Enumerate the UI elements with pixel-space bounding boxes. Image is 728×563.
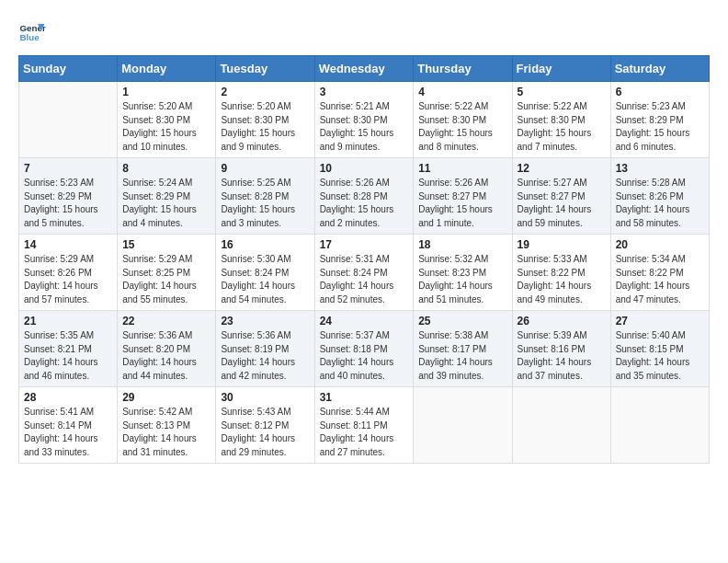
calendar-cell: [512, 387, 610, 464]
day-info: Sunrise: 5:34 AMSunset: 8:22 PMDaylight:…: [616, 253, 704, 306]
svg-text:Blue: Blue: [20, 32, 40, 42]
day-number: 12: [518, 162, 606, 175]
weekday-header-wednesday: Wednesday: [314, 56, 414, 82]
day-number: 20: [616, 238, 704, 251]
day-number: 16: [221, 238, 309, 251]
day-number: 1: [122, 86, 210, 98]
weekday-header-tuesday: Tuesday: [216, 56, 314, 82]
calendar-cell: 27Sunrise: 5:40 AMSunset: 8:15 PMDayligh…: [610, 311, 709, 387]
day-number: 7: [24, 162, 112, 175]
day-number: 22: [122, 315, 210, 327]
weekday-header-friday: Friday: [512, 56, 610, 82]
day-info: Sunrise: 5:27 AMSunset: 8:27 PMDaylight:…: [518, 177, 606, 230]
calendar-cell: 4Sunrise: 5:22 AMSunset: 8:30 PMDaylight…: [414, 82, 512, 158]
day-info: Sunrise: 5:30 AMSunset: 8:24 PMDaylight:…: [221, 253, 309, 306]
day-info: Sunrise: 5:40 AMSunset: 8:15 PMDaylight:…: [616, 329, 704, 383]
logo: General Blue: [18, 18, 48, 46]
calendar-cell: 14Sunrise: 5:29 AMSunset: 8:26 PMDayligh…: [19, 235, 118, 311]
calendar-week-row: 21Sunrise: 5:35 AMSunset: 8:21 PMDayligh…: [19, 311, 710, 387]
day-info: Sunrise: 5:26 AMSunset: 8:28 PMDaylight:…: [320, 177, 409, 230]
calendar-cell: 11Sunrise: 5:26 AMSunset: 8:27 PMDayligh…: [414, 158, 512, 235]
calendar-cell: 12Sunrise: 5:27 AMSunset: 8:27 PMDayligh…: [512, 158, 610, 235]
calendar-week-row: 1Sunrise: 5:20 AMSunset: 8:30 PMDaylight…: [19, 82, 710, 158]
day-info: Sunrise: 5:20 AMSunset: 8:30 PMDaylight:…: [122, 100, 210, 154]
day-info: Sunrise: 5:35 AMSunset: 8:21 PMDaylight:…: [24, 329, 112, 383]
day-info: Sunrise: 5:31 AMSunset: 8:24 PMDaylight:…: [320, 253, 409, 306]
calendar-cell: 16Sunrise: 5:30 AMSunset: 8:24 PMDayligh…: [216, 235, 314, 311]
calendar-week-row: 14Sunrise: 5:29 AMSunset: 8:26 PMDayligh…: [19, 235, 710, 311]
day-info: Sunrise: 5:36 AMSunset: 8:20 PMDaylight:…: [122, 329, 210, 383]
weekday-header-monday: Monday: [118, 56, 216, 82]
calendar-cell: 10Sunrise: 5:26 AMSunset: 8:28 PMDayligh…: [314, 158, 414, 235]
day-info: Sunrise: 5:25 AMSunset: 8:28 PMDaylight:…: [221, 177, 309, 230]
day-info: Sunrise: 5:42 AMSunset: 8:13 PMDaylight:…: [122, 406, 210, 459]
day-number: 31: [320, 391, 409, 404]
day-info: Sunrise: 5:26 AMSunset: 8:27 PMDaylight:…: [418, 177, 506, 230]
day-info: Sunrise: 5:21 AMSunset: 8:30 PMDaylight:…: [320, 100, 409, 154]
day-number: 9: [221, 162, 309, 175]
day-info: Sunrise: 5:23 AMSunset: 8:29 PMDaylight:…: [24, 177, 112, 230]
day-info: Sunrise: 5:33 AMSunset: 8:22 PMDaylight:…: [518, 253, 606, 306]
day-info: Sunrise: 5:28 AMSunset: 8:26 PMDaylight:…: [616, 177, 704, 230]
day-info: Sunrise: 5:24 AMSunset: 8:29 PMDaylight:…: [122, 177, 210, 230]
calendar-cell: 5Sunrise: 5:22 AMSunset: 8:30 PMDaylight…: [512, 82, 610, 158]
day-info: Sunrise: 5:29 AMSunset: 8:25 PMDaylight:…: [122, 253, 210, 306]
day-number: 23: [221, 315, 309, 327]
calendar-cell: [610, 387, 709, 464]
day-number: 27: [616, 315, 704, 327]
calendar-cell: [19, 82, 118, 158]
calendar-cell: 6Sunrise: 5:23 AMSunset: 8:29 PMDaylight…: [610, 82, 709, 158]
calendar-cell: [414, 387, 512, 464]
day-info: Sunrise: 5:23 AMSunset: 8:29 PMDaylight:…: [616, 100, 704, 154]
day-number: 3: [320, 86, 409, 98]
weekday-header-sunday: Sunday: [19, 56, 118, 82]
calendar-cell: 9Sunrise: 5:25 AMSunset: 8:28 PMDaylight…: [216, 158, 314, 235]
day-number: 2: [221, 86, 309, 98]
day-number: 21: [24, 315, 112, 327]
logo-icon: General Blue: [18, 18, 46, 46]
calendar-cell: 22Sunrise: 5:36 AMSunset: 8:20 PMDayligh…: [118, 311, 216, 387]
day-number: 5: [518, 86, 606, 98]
calendar-cell: 23Sunrise: 5:36 AMSunset: 8:19 PMDayligh…: [216, 311, 314, 387]
weekday-header-saturday: Saturday: [610, 56, 709, 82]
day-number: 10: [320, 162, 409, 175]
calendar-cell: 29Sunrise: 5:42 AMSunset: 8:13 PMDayligh…: [118, 387, 216, 464]
calendar-table: SundayMondayTuesdayWednesdayThursdayFrid…: [18, 55, 710, 464]
day-number: 28: [24, 391, 112, 404]
day-info: Sunrise: 5:36 AMSunset: 8:19 PMDaylight:…: [221, 329, 309, 383]
calendar-cell: 3Sunrise: 5:21 AMSunset: 8:30 PMDaylight…: [314, 82, 414, 158]
calendar-cell: 1Sunrise: 5:20 AMSunset: 8:30 PMDaylight…: [118, 82, 216, 158]
page-header: General Blue: [18, 18, 710, 46]
day-info: Sunrise: 5:39 AMSunset: 8:16 PMDaylight:…: [518, 329, 606, 383]
calendar-cell: 2Sunrise: 5:20 AMSunset: 8:30 PMDaylight…: [216, 82, 314, 158]
weekday-header-thursday: Thursday: [414, 56, 512, 82]
calendar-cell: 13Sunrise: 5:28 AMSunset: 8:26 PMDayligh…: [610, 158, 709, 235]
calendar-cell: 21Sunrise: 5:35 AMSunset: 8:21 PMDayligh…: [19, 311, 118, 387]
day-number: 24: [320, 315, 409, 327]
day-number: 15: [122, 238, 210, 251]
calendar-cell: 8Sunrise: 5:24 AMSunset: 8:29 PMDaylight…: [118, 158, 216, 235]
calendar-cell: 26Sunrise: 5:39 AMSunset: 8:16 PMDayligh…: [512, 311, 610, 387]
calendar-cell: 15Sunrise: 5:29 AMSunset: 8:25 PMDayligh…: [118, 235, 216, 311]
day-info: Sunrise: 5:22 AMSunset: 8:30 PMDaylight:…: [518, 100, 606, 154]
day-number: 13: [616, 162, 704, 175]
day-info: Sunrise: 5:38 AMSunset: 8:17 PMDaylight:…: [418, 329, 506, 383]
calendar-week-row: 7Sunrise: 5:23 AMSunset: 8:29 PMDaylight…: [19, 158, 710, 235]
day-info: Sunrise: 5:29 AMSunset: 8:26 PMDaylight:…: [24, 253, 112, 306]
calendar-cell: 28Sunrise: 5:41 AMSunset: 8:14 PMDayligh…: [19, 387, 118, 464]
calendar-cell: 19Sunrise: 5:33 AMSunset: 8:22 PMDayligh…: [512, 235, 610, 311]
calendar-cell: 31Sunrise: 5:44 AMSunset: 8:11 PMDayligh…: [314, 387, 414, 464]
day-info: Sunrise: 5:43 AMSunset: 8:12 PMDaylight:…: [221, 406, 309, 459]
day-number: 8: [122, 162, 210, 175]
calendar-cell: 20Sunrise: 5:34 AMSunset: 8:22 PMDayligh…: [610, 235, 709, 311]
day-info: Sunrise: 5:37 AMSunset: 8:18 PMDaylight:…: [320, 329, 409, 383]
calendar-cell: 7Sunrise: 5:23 AMSunset: 8:29 PMDaylight…: [19, 158, 118, 235]
calendar-cell: 24Sunrise: 5:37 AMSunset: 8:18 PMDayligh…: [314, 311, 414, 387]
day-info: Sunrise: 5:32 AMSunset: 8:23 PMDaylight:…: [418, 253, 506, 306]
calendar-cell: 18Sunrise: 5:32 AMSunset: 8:23 PMDayligh…: [414, 235, 512, 311]
day-number: 6: [616, 86, 704, 98]
weekday-header-row: SundayMondayTuesdayWednesdayThursdayFrid…: [19, 56, 710, 82]
day-number: 18: [418, 238, 506, 251]
day-number: 29: [122, 391, 210, 404]
day-number: 14: [24, 238, 112, 251]
